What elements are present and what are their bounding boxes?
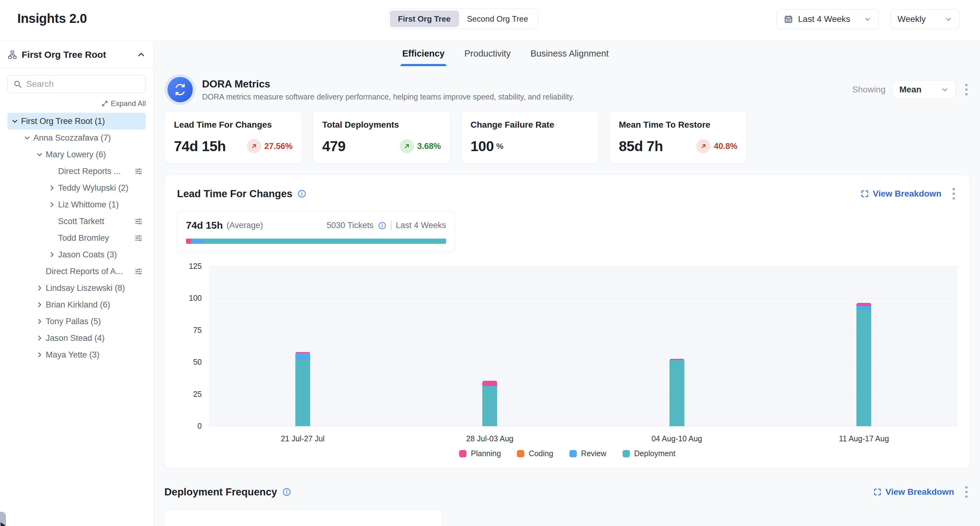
deployment-frequency-section: Deployment Frequency View Breakdown	[164, 484, 970, 526]
tree-item-anna-scozzafava[interactable]: Anna Scozzafava (7)	[7, 129, 146, 146]
sidebar: First Org Tree Root Expand All First Org…	[0, 41, 154, 526]
trend-up-arrow-icon	[696, 139, 711, 153]
sidebar-expand-handle[interactable]	[0, 512, 6, 526]
tree-item-jason-coats[interactable]: Jason Coats (3)	[7, 246, 146, 263]
kebab-menu-icon[interactable]	[950, 185, 958, 202]
y-axis-tick-75: 75	[177, 326, 202, 335]
tree-item-maya-yette[interactable]: Maya Yette (3)	[7, 346, 146, 363]
deployment-frequency-title: Deployment Frequency	[164, 486, 277, 498]
chevron-down-icon[interactable]	[33, 150, 46, 159]
view-breakdown-label: View Breakdown	[873, 189, 941, 199]
y-axis-tick-50: 50	[177, 357, 202, 367]
y-axis-tick-0: 0	[177, 422, 202, 430]
tree-item-mary-lowery[interactable]: Mary Lowery (6)	[7, 146, 146, 163]
info-icon[interactable]	[378, 221, 387, 230]
metric-card-value: 479	[322, 138, 345, 155]
chart-legend: PlanningCodingReviewDeployment	[177, 449, 958, 458]
tree-item-label: Jason Stead (4)	[46, 333, 143, 343]
showing-select[interactable]: Mean	[892, 80, 956, 99]
app-title: Insights 2.0	[17, 11, 87, 26]
x-axis-label-04-aug-10-aug: 04 Aug-10 Aug	[615, 434, 739, 443]
x-axis-label-28-jul-03-aug: 28 Jul-03 Aug	[428, 434, 552, 443]
dora-header: DORA Metrics DORA metrics measure softwa…	[164, 77, 970, 102]
filter-icon[interactable]	[134, 234, 143, 242]
chevron-right-icon[interactable]	[46, 184, 58, 192]
deployment-frequency-card-partial	[164, 510, 442, 526]
tab-productivity[interactable]: Productivity	[465, 41, 511, 66]
bar-21-jul-27-jul[interactable]	[295, 352, 310, 426]
expand-all-button[interactable]: Expand All	[7, 99, 146, 108]
view-breakdown-button[interactable]: View Breakdown	[873, 487, 954, 497]
metric-cards-row: Lead Time For Changes74d 15h27.56%Total …	[164, 111, 970, 164]
chevron-right-icon[interactable]	[33, 334, 46, 342]
bar-11-aug-17-aug[interactable]	[856, 303, 871, 426]
tree-item-scott-tarkett[interactable]: Scott Tarkett	[7, 213, 146, 230]
kebab-menu-icon[interactable]	[963, 81, 970, 98]
tree-item-teddy-wylupski[interactable]: Teddy Wylupski (2)	[7, 180, 146, 196]
expand-all-label: Expand All	[111, 99, 146, 108]
info-icon[interactable]	[297, 189, 307, 198]
view-breakdown-button[interactable]: View Breakdown	[861, 189, 941, 199]
tree-item-first-org-tree-root[interactable]: First Org Tree Root (1)	[7, 113, 146, 129]
delta-percent: 40.8%	[714, 142, 737, 151]
metric-card-value-row: 100%	[471, 138, 589, 155]
info-icon[interactable]	[282, 488, 291, 497]
chevron-down-icon	[945, 15, 953, 23]
bar-segment-review	[295, 353, 310, 360]
tab-efficiency[interactable]: Efficiency	[402, 41, 445, 66]
gridline-25	[209, 394, 958, 394]
tree-item-jason-stead[interactable]: Jason Stead (4)	[7, 330, 146, 346]
delta-badge: 3.68%	[400, 139, 441, 153]
chevron-right-icon[interactable]	[33, 351, 46, 359]
tree-item-direct-reports[interactable]: Direct Reports ...	[7, 163, 146, 180]
kebab-menu-icon[interactable]	[963, 484, 970, 500]
date-range-select[interactable]: Last 4 Weeks	[777, 9, 879, 29]
search-box	[7, 75, 146, 93]
chevron-right-icon[interactable]	[46, 251, 58, 259]
metric-card-title: Total Deployments	[322, 120, 441, 130]
tree-item-tony-pallas[interactable]: Tony Pallas (5)	[7, 313, 146, 330]
search-input[interactable]	[26, 79, 140, 89]
metric-card-value-row: 4793.68%	[322, 138, 441, 155]
sidebar-collapse-chevron[interactable]	[137, 50, 146, 59]
legend-item-review: Review	[570, 449, 606, 458]
granularity-select[interactable]: Weekly	[890, 9, 959, 29]
date-range-value: Last 4 Weeks	[798, 14, 850, 24]
metric-card-value: 74d 15h	[174, 138, 226, 155]
tree-item-label: Jason Coats (3)	[58, 250, 143, 260]
dora-subtitle: DORA metrics measure software delivery p…	[202, 92, 853, 101]
toggle-second-org-tree[interactable]: Second Org Tree	[459, 11, 536, 27]
bar-28-jul-03-aug[interactable]	[482, 381, 497, 426]
chevron-down-icon[interactable]	[9, 117, 21, 125]
lead-time-panel-head: Lead Time For Changes View Breakdown	[177, 185, 958, 202]
chevron-right-icon[interactable]	[33, 284, 46, 292]
lead-time-title-wrap: Lead Time For Changes	[177, 188, 307, 200]
phase-segment-deployment	[203, 239, 446, 244]
phase-distribution-bar	[186, 239, 446, 244]
tab-business-alignment[interactable]: Business Alignment	[530, 41, 609, 66]
chevron-down-icon[interactable]	[21, 134, 33, 142]
tree-item-brian-kirkland[interactable]: Brian Kirkland (6)	[7, 296, 146, 313]
tab-bar: EfficiencyProductivityBusiness Alignment	[154, 41, 980, 67]
deployment-frequency-title-wrap: Deployment Frequency	[164, 486, 291, 498]
filter-icon[interactable]	[134, 267, 143, 276]
filter-icon[interactable]	[134, 217, 143, 226]
tree-item-label: Direct Reports of A...	[46, 267, 132, 276]
filter-icon[interactable]	[134, 167, 143, 175]
tree-item-liz-whittome[interactable]: Liz Whittome (1)	[7, 196, 146, 213]
chevron-right-icon[interactable]	[46, 201, 58, 209]
chevron-right-icon[interactable]	[33, 317, 46, 325]
toggle-first-org-tree[interactable]: First Org Tree	[390, 11, 459, 27]
chevron-right-icon[interactable]	[33, 301, 46, 309]
bar-04-aug-10-aug[interactable]	[670, 359, 684, 426]
y-axis-tick-125: 125	[177, 262, 202, 271]
tree-item-lindsay-liszewski[interactable]: Lindsay Liszewski (8)	[7, 280, 146, 296]
view-breakdown-label: View Breakdown	[885, 487, 954, 497]
summary-meta: 5030 Tickets Last 4 Weeks	[326, 221, 446, 231]
summary-top: 74d 15h (Average) 5030 Tickets Last 4 We…	[186, 220, 446, 231]
metric-card-value: 85d 7h	[619, 138, 663, 155]
tree-item-direct-reports-of-a[interactable]: Direct Reports of A...	[7, 263, 146, 280]
tree-item-todd-bromley[interactable]: Todd Bromley	[7, 230, 146, 246]
legend-label: Planning	[471, 449, 501, 458]
metric-card-change-failure-rate: Change Failure Rate100%	[461, 111, 599, 164]
